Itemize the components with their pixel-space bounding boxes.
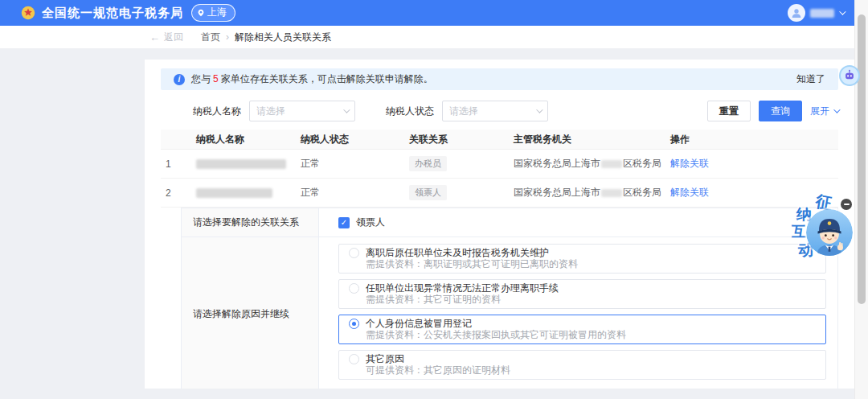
query-button[interactable]: 查询 [759, 101, 802, 121]
radio-icon [349, 283, 359, 294]
user-icon [790, 6, 803, 19]
taxpayer-name-redacted [196, 187, 301, 199]
radio-icon [349, 319, 359, 329]
relation-checkbox[interactable] [338, 217, 350, 228]
scrollbar-thumb[interactable] [858, 14, 866, 304]
app-title: 全国统一规范电子税务局 [42, 6, 183, 21]
authority-prefix: 国家税务总局上海市 [514, 187, 600, 198]
chevron-down-icon [833, 106, 840, 113]
authority-cell: 国家税务总局上海市区税务局 [514, 157, 670, 171]
radio-icon [349, 354, 359, 364]
taxpayer-name-label: 纳税人名称 [193, 105, 241, 118]
tax-officer-mascot-icon[interactable] [806, 209, 853, 256]
reason-option-header: 其它原因 [349, 354, 816, 364]
taxpayer-name-select[interactable]: 请选择 [249, 101, 355, 121]
banner-count: 5 [213, 73, 219, 84]
reason-options: 离职后原任职单位未及时报告税务机关维护 需提供资料：离职证明或其它可证明已离职的… [319, 237, 837, 389]
relation-cell: 领票人 [409, 185, 514, 200]
banner-text-prefix: 您与 [191, 73, 211, 84]
relation-checkbox-label: 领票人 [356, 216, 385, 229]
robot-icon [842, 68, 857, 83]
taxpayer-name-placeholder: 请选择 [256, 105, 285, 118]
breadcrumb-current: 解除相关人员关联关系 [235, 31, 331, 44]
reason-title: 任职单位出现异常情况无法正常办理离职手续 [366, 283, 559, 294]
chevron-down-icon [839, 8, 845, 14]
reset-button[interactable]: 重置 [707, 101, 751, 121]
reason-title: 离职后原任职单位未及时报告税务机关维护 [366, 248, 549, 258]
location-badge[interactable]: 上海 [191, 4, 235, 22]
radio-icon [349, 248, 359, 258]
app-header: 全国统一规范电子税务局 上海 [0, 0, 868, 26]
back-label: 返回 [164, 31, 183, 44]
info-banner: 您与5家单位存在关联关系，可点击解除关联申请解除。 知道了 [161, 68, 838, 90]
back-arrow-icon [149, 32, 160, 43]
unbind-link[interactable]: 解除关联 [670, 187, 709, 198]
interaction-widget[interactable]: 征 纳 互 动 [792, 191, 856, 276]
reason-option-header: 任职单位出现异常情况无法正常办理离职手续 [349, 283, 816, 294]
reason-option-header: 离职后原任职单位未及时报告税务机关维护 [349, 248, 816, 258]
reason-desc: 需提供资料：公安机关接报案回执或其它可证明被冒用的资料 [366, 330, 816, 340]
widget-char: 互 [792, 222, 806, 241]
taxpayer-status: 正常 [301, 186, 409, 200]
relation-tag: 领票人 [409, 185, 447, 200]
authority-redacted [601, 160, 622, 168]
reason-title: 个人身份信息被冒用登记 [366, 319, 472, 329]
user-menu[interactable] [788, 4, 844, 22]
banner-text-suffix: 家单位存在关联关系，可点击解除关联申请解除。 [221, 73, 433, 84]
unbind-link[interactable]: 解除关联 [670, 158, 709, 169]
filter-actions: 重置 查询 展开 [707, 101, 838, 121]
row-index: 1 [161, 158, 196, 170]
national-emblem-icon [21, 6, 35, 20]
reason-option[interactable]: 任职单位出现异常情况无法正常办理离职手续 需提供资料：其它可证明的资料 [338, 279, 826, 309]
relation-select-label: 请选择要解除的关联关系 [182, 208, 319, 237]
taxpayer-status-select[interactable]: 请选择 [442, 101, 548, 121]
reason-option[interactable]: 离职后原任职单位未及时报告税务机关维护 需提供资料：离职证明或其它可证明已离职的… [338, 244, 826, 274]
taxpayer-status-placeholder: 请选择 [449, 105, 478, 118]
col-relation: 关联关系 [409, 133, 514, 146]
taxpayer-status-filter: 纳税人状态 请选择 [386, 101, 548, 121]
taxpayer-status-label: 纳税人状态 [386, 105, 434, 118]
col-taxpayer-name: 纳税人名称 [196, 133, 301, 146]
col-authority: 主管税务机关 [514, 133, 670, 146]
expand-label: 展开 [810, 105, 829, 118]
authority-cell: 国家税务总局上海市区税务局 [514, 186, 670, 200]
taxpayer-status: 正常 [301, 157, 409, 171]
breadcrumb-separator: › [226, 31, 229, 43]
authority-redacted [601, 189, 622, 197]
avatar[interactable] [788, 4, 805, 22]
action-cell: 解除关联 [670, 157, 838, 171]
location-label: 上海 [207, 6, 227, 19]
table-header: 纳税人名称 纳税人状态 关联关系 主管税务机关 操作 [161, 130, 838, 150]
user-name-redacted [810, 9, 834, 18]
reason-option-header: 个人身份信息被冒用登记 [349, 319, 816, 329]
chevron-down-icon [343, 106, 350, 113]
location-pin-icon [197, 9, 205, 17]
reason-desc: 可提供资料：其它原因的证明材料 [366, 365, 816, 376]
authority-suffix: 区税务局 [623, 158, 661, 169]
minimize-widget-button[interactable] [841, 199, 852, 210]
scrollbar[interactable] [854, 0, 868, 399]
info-icon [174, 74, 185, 85]
chevron-down-icon [536, 106, 542, 113]
reason-option[interactable]: 其它原因 可提供资料：其它原因的证明材料 [338, 350, 826, 380]
col-action: 操作 [670, 133, 838, 146]
breadcrumb: 返回 首页 › 解除相关人员关联关系 [0, 26, 868, 48]
reason-title: 其它原因 [366, 354, 404, 364]
banner-dismiss-button[interactable]: 知道了 [796, 72, 825, 86]
reason-select-label: 请选择解除原因并继续 [182, 237, 319, 389]
reason-desc: 需提供资料：其它可证明的资料 [366, 294, 816, 305]
banner-text: 您与5家单位存在关联关系，可点击解除关联申请解除。 [191, 72, 433, 86]
reason-desc: 需提供资料：离职证明或其它可证明已离职的资料 [366, 259, 816, 269]
breadcrumb-home[interactable]: 首页 [201, 31, 220, 44]
table-row: 1 正常 办税员 国家税务总局上海市区税务局 解除关联 [161, 150, 838, 179]
col-taxpayer-status: 纳税人状态 [301, 133, 409, 146]
relation-tag: 办税员 [409, 156, 447, 171]
expand-button[interactable]: 展开 [810, 105, 838, 118]
back-button[interactable]: 返回 [149, 31, 183, 44]
chat-robot-button[interactable] [839, 65, 860, 86]
filter-bar: 纳税人名称 请选择 纳税人状态 请选择 重置 查询 展开 [161, 101, 838, 121]
relation-cell: 办税员 [409, 156, 514, 171]
reason-option-selected[interactable]: 个人身份信息被冒用登记 需提供资料：公安机关接报案回执或其它可证明被冒用的资料 [338, 315, 826, 344]
relation-table: 纳税人名称 纳税人状态 关联关系 主管税务机关 操作 1 正常 办税员 国家税务… [161, 130, 838, 208]
authority-prefix: 国家税务总局上海市 [514, 158, 600, 169]
